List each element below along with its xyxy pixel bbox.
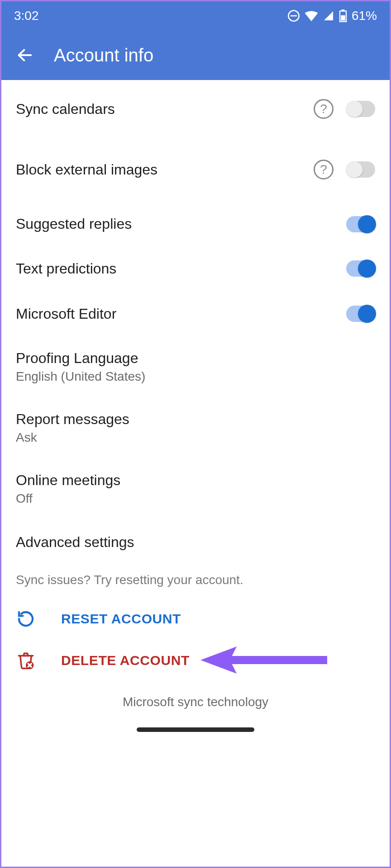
do-not-disturb-icon [287,9,300,22]
row-sync-calendars[interactable]: Sync calendars ? [1,80,390,132]
row-title: Proofing Language [16,350,375,367]
row-title: Advanced settings [16,534,375,551]
signal-icon [323,10,334,21]
row-subtitle: Off [16,491,375,506]
row-subtitle: English (United States) [16,369,375,384]
status-icons: 61% [287,9,377,23]
row-proofing-language[interactable]: Proofing Language English (United States… [1,336,390,397]
row-title: Block external images [16,161,314,178]
row-title: Report messages [16,411,375,428]
help-icon[interactable]: ? [314,99,334,119]
row-microsoft-editor[interactable]: Microsoft Editor [1,291,390,336]
row-block-external-images[interactable]: Block external images ? [1,132,390,193]
row-title: Sync calendars [16,101,314,118]
trash-icon [16,651,36,670]
gesture-bar[interactable] [137,727,254,732]
status-time: 3:02 [14,9,39,23]
delete-account-button[interactable]: DELETE ACCOUNT [1,640,390,681]
row-report-messages[interactable]: Report messages Ask [1,397,390,458]
delete-account-label: DELETE ACCOUNT [61,653,190,668]
wifi-icon [305,10,318,21]
reset-account-button[interactable]: RESET ACCOUNT [1,598,390,640]
row-suggested-replies[interactable]: Suggested replies [1,193,390,246]
toggle-suggested-replies[interactable] [346,216,375,232]
row-online-meetings[interactable]: Online meetings Off [1,458,390,519]
row-title: Suggested replies [16,216,346,232]
app-bar: Account info [1,30,390,80]
toggle-microsoft-editor[interactable] [346,306,375,322]
toggle-text-predictions[interactable] [346,260,375,277]
battery-icon [339,9,347,22]
row-title: Text predictions [16,260,346,277]
help-icon[interactable]: ? [314,160,334,179]
row-subtitle: Ask [16,430,375,445]
row-text-predictions[interactable]: Text predictions [1,246,390,291]
back-button[interactable] [14,44,36,66]
reset-icon [16,609,36,629]
settings-list: Sync calendars ? Block external images ?… [1,80,390,867]
row-advanced-settings[interactable]: Advanced settings [1,519,390,565]
sync-hint: Sync issues? Try resetting your account. [1,565,390,598]
page-title: Account info [54,45,153,66]
toggle-block-images[interactable] [346,161,375,178]
footer-text: Microsoft sync technology [1,681,390,727]
reset-account-label: RESET ACCOUNT [61,611,181,627]
annotation-arrow-icon [200,644,327,676]
battery-percent: 61% [352,9,377,23]
row-title: Online meetings [16,472,375,489]
status-bar: 3:02 61% [1,1,390,30]
svg-rect-4 [341,15,345,21]
row-title: Microsoft Editor [16,306,346,322]
toggle-sync-calendars[interactable] [346,101,375,117]
